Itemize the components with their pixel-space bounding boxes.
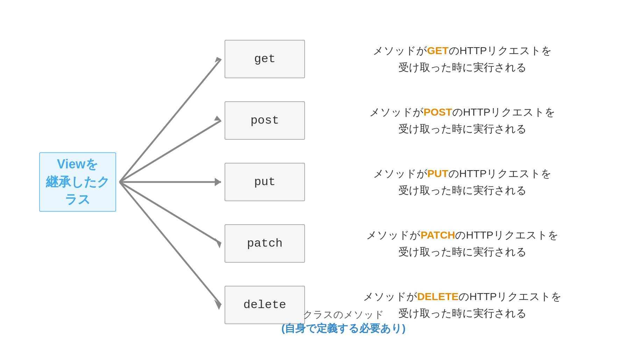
svg-line-6 xyxy=(120,182,221,243)
svg-marker-3 xyxy=(214,116,221,121)
svg-line-0 xyxy=(120,59,221,182)
method-patch: patch xyxy=(225,224,305,263)
svg-marker-7 xyxy=(215,238,221,248)
method-put: put xyxy=(225,163,305,201)
descriptions-area: メソッドがGETのHTTPリクエストを 受け取った時に実行される メソッドがPO… xyxy=(322,18,602,346)
svg-marker-5 xyxy=(215,178,221,186)
desc-put: メソッドがPUTのHTTPリクエストを 受け取った時に実行される xyxy=(322,165,602,199)
desc-get: メソッドがGETのHTTPリクエストを 受け取った時に実行される xyxy=(322,42,602,76)
view-class-box: Viewを 継承したクラス xyxy=(39,152,116,212)
method-get: get xyxy=(225,40,305,78)
main-diagram: Viewを 継承したクラス xyxy=(18,18,613,346)
bottom-label: クラスのメソッド (自身で定義する必要あり) xyxy=(221,308,466,336)
svg-line-2 xyxy=(120,121,221,182)
bottom-label-line1: クラスのメソッド xyxy=(221,308,466,321)
desc-post: メソッドがPOSTのHTTPリクエストを 受け取った時に実行される xyxy=(322,104,602,137)
desc-patch: メソッドがPATCHのHTTPリクエストを 受け取った時に実行される xyxy=(322,227,602,260)
view-class-line1: Viewを xyxy=(57,157,98,171)
method-post: post xyxy=(225,101,305,140)
arrows-area xyxy=(116,18,235,346)
view-class-line2: 継承したクラス xyxy=(46,175,110,206)
bottom-label-line2: (自身で定義する必要あり) xyxy=(221,321,466,336)
methods-area: get post put patch delete xyxy=(221,18,309,346)
svg-line-8 xyxy=(120,182,221,305)
